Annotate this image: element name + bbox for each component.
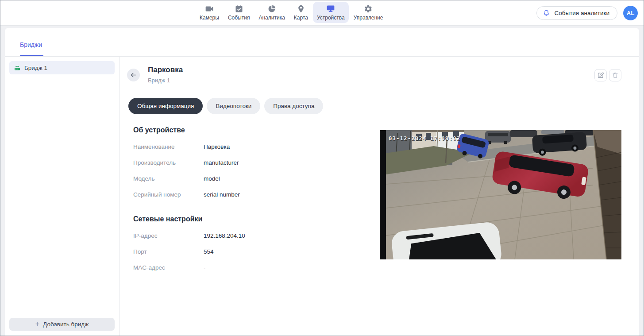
main-nav: Камеры События Аналитика Карта (196, 2, 387, 23)
analytics-events-button[interactable]: События аналитики (536, 6, 617, 20)
nav-label: Управление (354, 15, 383, 21)
row-label: Наименование (133, 143, 204, 150)
detail-tabs: Общая информация Видеопотоки Права досту… (127, 98, 621, 114)
snapshot-scene (380, 130, 621, 259)
tab-video-streams[interactable]: Видеопотоки (207, 98, 260, 114)
info-row-manufacturer: Производитель manufacturer (133, 154, 374, 170)
row-value: Парковка (204, 143, 230, 150)
bridge-icon (14, 64, 21, 71)
info-row-serial: Серийный номер serial number (133, 186, 374, 202)
row-label: IP-адрес (133, 232, 204, 239)
pie-chart-icon (267, 4, 276, 13)
row-value: model (204, 175, 220, 182)
avatar[interactable]: AL (623, 6, 638, 20)
camera-snapshot-preview: 03-12-2024 17:09:02 (380, 130, 621, 259)
snapshot-timestamp: 03-12-2024 17:09:02 (389, 135, 460, 142)
bridge-detail-panel: Парковка Бридж 1 О (120, 57, 639, 336)
map-pin-icon (297, 4, 305, 13)
info-row-mac: MAC-адрес - (133, 259, 374, 275)
info-row-ip: IP-адрес 192.168.204.10 (133, 228, 374, 243)
row-value: - (204, 264, 206, 271)
section-about-device: Об устройстве Наименование Парковка Прои… (133, 126, 374, 202)
app-window: Камеры События Аналитика Карта (0, 0, 644, 336)
row-label: Модель (133, 175, 204, 182)
section-title: Сетевые настройки (133, 215, 374, 223)
row-value: serial number (204, 191, 240, 198)
page-subtitle: Бридж 1 (148, 77, 183, 84)
nav-item-events[interactable]: События (224, 2, 254, 23)
page-title: Парковка (148, 66, 183, 74)
device-info-column: Об устройстве Наименование Парковка Прои… (127, 126, 374, 275)
nav-item-cameras[interactable]: Камеры (196, 2, 223, 23)
row-value: 554 (204, 248, 214, 255)
nav-label: События (228, 15, 250, 21)
add-bridge-label: Добавить бридж (43, 321, 89, 328)
row-label: MAC-адрес (133, 264, 204, 271)
card-body: Бридж 1 + Добавить бридж (5, 57, 639, 336)
camera-icon (205, 4, 214, 13)
nav-item-devices[interactable]: Устройства (313, 2, 349, 23)
tab-access-rights[interactable]: Права доступа (264, 98, 323, 114)
top-bar-right: События аналитики AL (536, 0, 638, 26)
section-title: Об устройстве (133, 126, 374, 134)
info-row-name: Наименование Парковка (133, 139, 374, 154)
row-label: Производитель (133, 159, 204, 166)
gear-icon (364, 4, 373, 13)
detail-titles: Парковка Бридж 1 (148, 64, 183, 84)
detail-header: Парковка Бридж 1 (127, 64, 621, 84)
info-row-model: Модель model (133, 170, 374, 186)
nav-label: Устройства (317, 15, 345, 21)
plus-icon: + (35, 321, 39, 328)
nav-label: Аналитика (258, 15, 285, 21)
section-tabs-row: Бриджи (5, 28, 639, 57)
nav-label: Камеры (200, 15, 219, 21)
top-bar: Камеры События Аналитика Карта (0, 0, 644, 26)
detail-content: Об устройстве Наименование Парковка Прои… (127, 126, 621, 275)
nav-item-management[interactable]: Управление (350, 2, 387, 23)
detail-actions (594, 69, 621, 81)
bridges-sidebar: Бридж 1 + Добавить бридж (5, 57, 120, 336)
nav-item-map[interactable]: Карта (290, 2, 312, 23)
section-network-settings: Сетевые настройки IP-адрес 192.168.204.1… (133, 215, 374, 275)
nav-label: Карта (294, 15, 308, 21)
sidebar-item-bridge-1[interactable]: Бридж 1 (9, 61, 115, 74)
row-label: Порт (133, 248, 204, 255)
edit-button[interactable] (594, 69, 607, 81)
sidebar-spacer (9, 74, 115, 318)
tab-active-indicator (20, 55, 43, 56)
info-row-port: Порт 554 (133, 243, 374, 259)
add-bridge-button[interactable]: + Добавить бридж (9, 318, 115, 331)
sidebar-item-label: Бридж 1 (24, 65, 47, 71)
tab-bridges[interactable]: Бриджи (20, 41, 42, 48)
nav-item-analytics[interactable]: Аналитика (255, 2, 289, 23)
page-body: Бриджи Бридж 1 + Добавить бридж (0, 26, 644, 336)
row-value: manufacturer (204, 159, 239, 166)
row-value: 192.168.204.10 (204, 232, 245, 239)
analytics-events-label: События аналитики (554, 10, 609, 16)
delete-button[interactable] (609, 69, 621, 81)
bell-icon (543, 9, 550, 17)
monitor-icon (326, 4, 335, 13)
back-button[interactable] (127, 69, 140, 81)
calendar-check-icon (235, 4, 243, 13)
tab-general-info[interactable]: Общая информация (128, 98, 203, 114)
row-label: Серийный номер (133, 191, 204, 198)
content-card: Бриджи Бридж 1 + Добавить бридж (5, 28, 639, 336)
